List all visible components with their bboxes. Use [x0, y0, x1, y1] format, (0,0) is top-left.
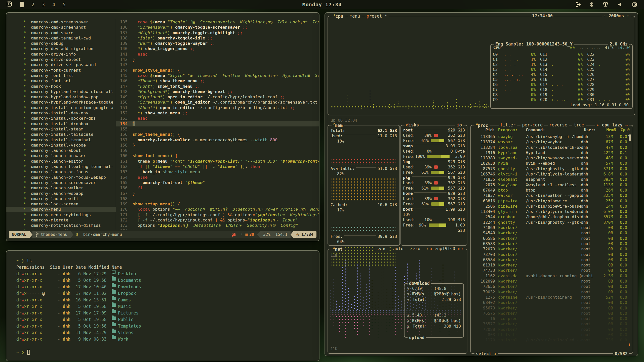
- code-line[interactable]: 155: [116, 126, 319, 132]
- code-line[interactable]: 156show_theme_menu() {: [116, 132, 319, 137]
- code-line[interactable]: 161 theme=$(menu "Font" "$(omarchy-font-…: [116, 159, 319, 164]
- net-interface-selector[interactable]: ←b enp191s0 n→: [425, 246, 464, 251]
- proc-tree-button[interactable]: tree: [572, 122, 586, 127]
- process-row[interactable]: 79032kworker/root0B0.0: [473, 289, 627, 295]
- process-row[interactable]: 1162avahi-daavahi-daemon: running [avahi…: [473, 273, 627, 279]
- code-line[interactable]: 139 *Bar*) omarchy-toggle-waybar ;;: [116, 41, 319, 46]
- preset-button[interactable]: preset *: [365, 14, 389, 19]
- code-line[interactable]: 135 case $(menu "Toggle" "▣ Screensaver\…: [116, 19, 319, 25]
- code-line[interactable]: 144show_style_menu() {: [116, 68, 319, 73]
- proc-sort-nav[interactable]: ← cpu lazy →: [595, 122, 629, 127]
- process-row[interactable]: 68402kworker/root0B0.0: [473, 300, 627, 305]
- file-item[interactable]: * omarchy-menu-keybindings: [6, 212, 116, 217]
- process-row[interactable]: 12244ghostty/usr/bin/ghostty --gtk-dhh87…: [473, 220, 627, 225]
- code-line[interactable]: 149 *Hyprland*) open_in_editor ~/.config…: [116, 94, 319, 100]
- file-item[interactable]: * omarchy-migrate: [6, 217, 116, 223]
- process-row[interactable]: 73656kworker/root0B0.0: [473, 284, 627, 289]
- net-auto-button[interactable]: auto: [392, 246, 405, 251]
- code-line[interactable]: 154}: [116, 121, 319, 126]
- code-line[interactable]: 147 *Font*) show_font_menu ;;: [116, 84, 319, 89]
- file-item[interactable]: * omarchy-menu: [6, 207, 116, 212]
- code-line[interactable]: 162 if [[ "$theme" == "CNCLD" || -z "$th…: [116, 164, 319, 169]
- file-item[interactable]: * omarchy-drive-set-password: [6, 62, 116, 67]
- file-item[interactable]: * omarchy-hook: [6, 84, 116, 89]
- file-item[interactable]: * omarchy-cmd-screenshot: [6, 25, 116, 30]
- process-row[interactable]: 113365swaybg/usr/bin/swaybg -i /homdhh13…: [473, 134, 627, 139]
- scroll-down-icon[interactable]: ↓: [628, 342, 631, 347]
- file-item[interactable]: * omarchy-font-set: [6, 78, 116, 83]
- network-icon[interactable]: [602, 2, 609, 7]
- process-row[interactable]: 73703kworker/root0B0.0: [473, 252, 627, 257]
- code-line[interactable]: 148 *Background*) omarchy-theme-bg-next …: [116, 89, 319, 94]
- code-line[interactable]: 158}: [116, 143, 319, 148]
- code-line[interactable]: 143: [116, 62, 319, 67]
- process-row[interactable]: 113383swayosd-/usr/bin/swayosd-serverdhh…: [473, 155, 627, 161]
- code-line[interactable]: 165 omarchy-font-set "$theme": [116, 180, 319, 185]
- workspace-3[interactable]: 3: [42, 2, 45, 7]
- update-interval[interactable]: - 2000ms +: [602, 13, 631, 18]
- process-row[interactable]: 1170tailscal/usr/sbin/tailscaled --root7…: [473, 337, 627, 343]
- file-item[interactable]: * omarchy-font-list: [6, 73, 116, 78]
- process-row[interactable]: 76577kworker/root0B0.0: [473, 321, 627, 327]
- file-item[interactable]: * omarchy-launch-editor: [6, 159, 116, 164]
- proc-reverse-button[interactable]: reverse: [548, 122, 569, 127]
- file-item[interactable]: * omarchy-install-dev-env: [6, 110, 116, 116]
- code-line[interactable]: 141 esac: [116, 52, 319, 57]
- process-row[interactable]: 1916HyprlandHyprlanddhh422M0.1: [473, 150, 627, 155]
- file-item[interactable]: * omarchy-notification-dismiss: [6, 223, 116, 228]
- file-item[interactable]: * omarchy-launch-or-focus: [6, 169, 116, 174]
- file-item[interactable]: * omarchy-install-chromium-google-a: [6, 105, 116, 110]
- code-line[interactable]: 164 else: [116, 175, 319, 180]
- bluetooth-icon[interactable]: [590, 2, 594, 7]
- process-row[interactable]: 2075XwaylandXwayland :1 -rootless -dhh11…: [473, 182, 627, 188]
- code-line[interactable]: 142}: [116, 57, 319, 62]
- code-line[interactable]: 153 esac: [116, 116, 319, 121]
- process-row[interactable]: 72088kworker/root0B0.0: [473, 327, 627, 332]
- file-item[interactable]: * omarchy-pkg-add: [6, 228, 116, 230]
- process-row[interactable]: 87649btopbtopdhh26M0.0: [473, 188, 627, 193]
- code-line[interactable]: 157 omarchy-launch-walker -m menus:omarc…: [116, 137, 319, 143]
- process-row[interactable]: 102099kworker/root0B0.0: [473, 279, 627, 284]
- process-row[interactable]: 102638nvimnvim --embeddhh57M0.0: [473, 161, 627, 166]
- file-item[interactable]: * omarchy-install-docker-dbs: [6, 116, 116, 121]
- workspace-5[interactable]: 5: [63, 2, 65, 7]
- code-line[interactable]: 163 back_to show_style_menu: [116, 169, 319, 174]
- file-item[interactable]: * omarchy-launch-or-focus-webapp: [6, 175, 116, 180]
- file-item[interactable]: * omarchy-lock-screen: [6, 201, 116, 207]
- process-row[interactable]: 803btrfs-trroot0B0.0: [473, 332, 627, 337]
- code-line[interactable]: 150 *Screensaver*) open_in_editor ~/.con…: [116, 100, 319, 105]
- file-item[interactable]: * omarchy-dev-add-migration: [6, 46, 116, 51]
- process-row[interactable]: 71835elephantelephantdhh393M0.0: [473, 177, 627, 182]
- file-item[interactable]: * omarchy-launch-walker: [6, 185, 116, 191]
- process-row[interactable]: 66586kworker/root0B0.0: [473, 236, 627, 241]
- code-line[interactable]: 172 [ -f ~/.config/hypr/input.conf ] && …: [116, 217, 319, 223]
- file-item[interactable]: * omarchy-cmd-screensaver: [6, 19, 116, 25]
- code-line[interactable]: 137 *Nightlight*) omarchy-toggle-nightli…: [116, 30, 319, 35]
- process-row[interactable]: 95673kworker/root0B0.0: [473, 305, 627, 311]
- file-item[interactable]: * omarchy-cmd-share: [6, 30, 116, 35]
- code-line[interactable]: 152 *) show_main_menu ;;: [116, 110, 319, 116]
- proc-scrollbar[interactable]: [629, 134, 631, 141]
- process-row[interactable]: 113404glycin-i/usr/lib/glycin-loadersdhh…: [473, 209, 627, 214]
- process-row[interactable]: 81318kworker/root0B0.0: [473, 262, 627, 268]
- code-line[interactable]: 170 local options="◄» Audio\n≋ Wifi\nᛒ B…: [116, 207, 319, 212]
- select-button[interactable]: select ↓: [474, 351, 498, 356]
- file-item[interactable]: * omarchy-debug: [6, 41, 116, 46]
- file-item[interactable]: * omarchy-cmd-terminal-cwd: [6, 35, 116, 41]
- process-row[interactable]: 68583kworker/root0B0.0: [473, 241, 627, 246]
- proc-filter-button[interactable]: filter: [499, 122, 517, 127]
- process-row[interactable]: 2506pipewire/usr/bin/pipewire-pulsedhh14…: [473, 204, 627, 209]
- git-branch[interactable]: themes-menu: [32, 231, 70, 238]
- logout-icon[interactable]: [575, 2, 581, 7]
- process-row[interactable]: 63816pipewire/usr/bin/pipewiredhh25M0.0: [473, 198, 627, 204]
- terminal-prompt-empty[interactable]: ~ ❯: [16, 349, 319, 355]
- workspace-4[interactable]: 4: [52, 2, 55, 7]
- code-line[interactable]: 140 *) show_trigger_menu ;;: [116, 46, 319, 51]
- file-item[interactable]: * omarchy-hyprland-window-pop: [6, 94, 116, 100]
- code-line[interactable]: 166 fi: [116, 185, 319, 191]
- net-sync-button[interactable]: sync: [375, 246, 388, 251]
- process-row[interactable]: 106746glycin-i/usr/lib/glycin-loadersdhh…: [473, 171, 627, 177]
- code-line[interactable]: 173 options="$options\n❯ Defaults\n⊕ DNS…: [116, 223, 319, 228]
- code-line[interactable]: 146 *Theme*) show_theme_menu ;;: [116, 78, 319, 83]
- process-row[interactable]: 87573ghostty/usr/bin/ghostty --gtk-dhh37…: [473, 166, 627, 171]
